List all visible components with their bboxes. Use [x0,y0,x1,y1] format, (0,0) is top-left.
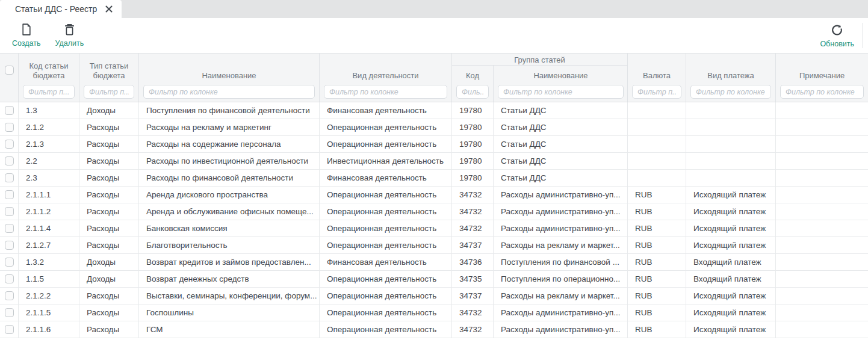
delete-button[interactable]: Удалить [55,23,84,48]
table-body: 1.3ДоходыПоступления по финансовой деяте… [0,102,868,338]
cell-name: Расходы на содержание персонала [139,136,320,152]
table-row[interactable]: 1.1.5ДоходыВозврат денежных средствОпера… [0,271,868,288]
cell-name: Расходы по финансовой деятельности [139,170,320,186]
row-checkbox[interactable] [5,274,14,283]
cell-name: Расходы по инвестиционной деятельности [139,153,320,169]
column-header-code[interactable]: Код статьи бюджета [19,54,79,102]
row-checkbox[interactable] [5,258,14,267]
cell-type: Доходы [79,271,139,287]
cell-group-code: 34732 [452,220,494,236]
column-header-group-name[interactable]: Наименование [494,66,628,102]
select-all-checkbox[interactable] [5,66,14,75]
refresh-button[interactable]: Обновить [820,23,854,48]
table-row[interactable]: 2.1.1.5РасходыГоспошлиныОперационная дея… [0,304,868,321]
cell-note [776,187,868,203]
row-checkbox-cell [0,203,19,220]
filter-input-payment-type[interactable] [690,85,771,99]
cell-payment-type [686,170,776,186]
table-row[interactable]: 1.3.2ДоходыВозврат кредитов и займов пре… [0,254,868,271]
row-checkbox[interactable] [5,325,14,334]
cell-activity: Инвестиционная деятельность [320,153,452,169]
cell-name: Возврат денежных средств [139,271,320,287]
column-header-activity[interactable]: Вид деятельности [320,54,452,102]
row-checkbox[interactable] [5,156,14,165]
cell-code: 2.1.1.5 [19,304,79,321]
table-row[interactable]: 2.1.2.2РасходыВыставки, семинары, конфер… [0,288,868,304]
table-row[interactable]: 2.1.3РасходыРасходы на содержание персон… [0,136,868,153]
cell-payment-type: Исходящий платеж [686,187,776,203]
cell-payment-type: Исходящий платеж [686,304,776,321]
cell-group-code: 34735 [452,271,494,287]
column-header-payment-type[interactable]: Вид платежа [686,54,776,102]
row-checkbox[interactable] [5,173,14,182]
cell-type: Расходы [79,220,139,236]
row-checkbox[interactable] [5,224,14,233]
column-header-currency[interactable]: Валюта [628,54,686,102]
filter-input-note[interactable] [780,85,864,99]
row-checkbox[interactable] [5,106,14,115]
cell-activity: Финансовая деятельность [320,102,452,119]
create-button[interactable]: Создать [12,23,41,48]
cell-note [776,203,868,220]
cell-activity: Операционная деятельность [320,136,452,152]
table-row[interactable]: 2.3РасходыРасходы по финансовой деятельн… [0,170,868,187]
filter-input-activity[interactable] [324,85,447,99]
cell-code: 2.3 [19,170,79,186]
cell-currency [628,119,686,135]
table-row[interactable]: 2.1.1.6РасходыГСМОперационная деятельнос… [0,321,868,338]
cell-name: Госпошлины [139,304,320,321]
table-row[interactable]: 2.1.2РасходыРасходы на рекламу и маркети… [0,119,868,136]
select-all-cell [0,54,19,102]
filter-input-group-code[interactable] [456,85,489,99]
column-header-note[interactable]: Примечание [776,54,868,102]
cell-group-code: 19780 [452,136,494,152]
cell-type: Расходы [79,187,139,203]
cell-note [776,102,868,119]
row-checkbox[interactable] [5,140,14,149]
column-header-name[interactable]: Наименование [139,54,320,102]
cell-group-code: 34737 [452,237,494,253]
document-icon [21,23,32,37]
row-checkbox-cell [0,170,19,186]
cell-name: Благотворительность [139,237,320,253]
row-checkbox[interactable] [5,308,14,317]
cell-group-code: 34732 [452,304,494,321]
table-row[interactable]: 2.1.1.4РасходыБанковская комиссияОпераци… [0,220,868,237]
refresh-icon [831,23,843,38]
cell-type: Расходы [79,304,139,321]
row-checkbox-cell [0,237,19,253]
row-checkbox[interactable] [5,207,14,216]
cell-activity: Операционная деятельность [320,237,452,253]
cell-type: Расходы [79,237,139,253]
row-checkbox[interactable] [5,123,14,132]
row-checkbox-cell [0,254,19,270]
cell-payment-type [686,136,776,152]
filter-input-group-name[interactable] [498,85,624,99]
row-checkbox[interactable] [5,291,14,300]
filter-input-currency[interactable] [632,85,681,99]
create-button-label: Создать [12,39,41,48]
row-checkbox[interactable] [5,190,14,199]
cell-payment-type: Исходящий платеж [686,220,776,236]
table-row[interactable]: 2.1.1.2РасходыАренда и обслуживание офис… [0,203,868,220]
filter-input-type[interactable] [84,85,134,99]
close-icon[interactable] [105,5,113,13]
filter-input-code[interactable] [23,85,75,99]
cell-note [776,119,868,135]
cell-code: 2.1.1.1 [19,187,79,203]
cell-group-name: Статьи ДДС [494,119,628,135]
table-row[interactable]: 1.3ДоходыПоступления по финансовой деяте… [0,102,868,119]
column-header-type[interactable]: Тип статьи бюджета [79,54,139,102]
cell-note [776,271,868,287]
column-header-group-code[interactable]: Код [452,66,494,102]
cell-code: 2.1.2.7 [19,237,79,253]
row-checkbox[interactable] [5,241,14,250]
table-row[interactable]: 2.1.1.1РасходыАренда дискового пространс… [0,187,868,203]
column-label: Наименование [494,66,628,85]
cell-type: Расходы [79,170,139,186]
tab-stati-dds-reestr[interactable]: Статьи ДДС - Реестр [0,0,122,18]
table-row[interactable]: 2.2РасходыРасходы по инвестиционной деят… [0,153,868,170]
filter-input-name[interactable] [143,85,315,99]
table-row[interactable]: 2.1.2.7РасходыБлаготворительностьОпераци… [0,237,868,254]
cell-group-name: Статьи ДДС [494,102,628,119]
